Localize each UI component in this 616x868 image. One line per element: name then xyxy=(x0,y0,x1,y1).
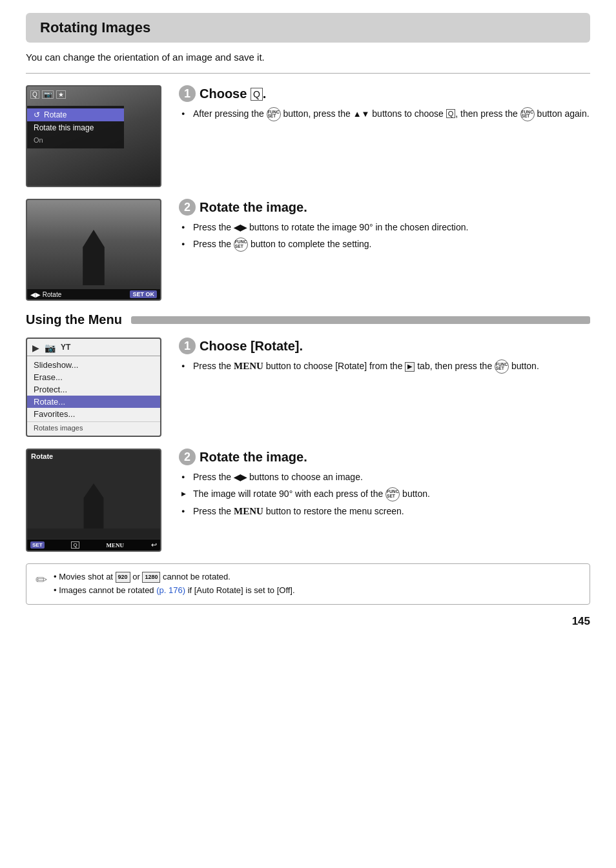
icon-920: 920 xyxy=(116,572,130,582)
menu-row-slideshow: Slideshow... xyxy=(27,359,160,371)
s2-step2-title: Rotate the image. xyxy=(200,450,307,465)
section2-step2-row: Rotate SET Q MENU ↩ 2 Rotate the image. … xyxy=(26,449,590,552)
tab-camera2: 📷 xyxy=(45,343,56,353)
tab-play: ▶ xyxy=(32,343,39,353)
tab-yt: YT xyxy=(61,343,70,353)
screen2-bottom: ◀▶ Rotate SET OK xyxy=(27,289,160,299)
s2-step1-num: 1 xyxy=(179,338,196,354)
s2-step2-num: 2 xyxy=(179,449,196,465)
q-icon-inline: Q xyxy=(446,109,456,118)
step1-title: Choose Q. xyxy=(200,86,266,101)
section2-heading: Using the Menu xyxy=(26,312,590,327)
section2-step2-content: 2 Rotate the image. Press the ◀▶ buttons… xyxy=(179,449,590,522)
section-divider xyxy=(26,73,590,74)
r-ground xyxy=(27,529,160,539)
tower-shape xyxy=(78,230,109,288)
notes-content: • Movies shot at 920 or 1280 cannot be r… xyxy=(54,570,295,598)
note1: • Movies shot at 920 or 1280 cannot be r… xyxy=(54,570,295,584)
screen2-col: ◀▶ Rotate SET OK xyxy=(26,199,165,301)
section2-heading-text: Using the Menu xyxy=(26,312,122,327)
screen1-mock: Q 📷 ★ ↺ Rotate Rotate this image On xyxy=(26,85,161,187)
step1-header: 1 Choose Q. xyxy=(179,85,590,102)
q-badge: Q xyxy=(71,541,79,549)
step2-bullets: Press the ◀▶ buttons to rotate the image… xyxy=(179,221,590,252)
menu-row-on: On xyxy=(27,134,124,146)
arrow-ud: ▲▼ xyxy=(353,109,370,119)
rotate-hint: ◀▶ Rotate xyxy=(30,291,61,298)
menu-row-protect: Protect... xyxy=(27,383,160,396)
step1-bullets: After pressing the FUNCSET button, press… xyxy=(179,107,590,121)
step1-num: 1 xyxy=(179,85,196,102)
section2-step1-row: ▶ 📷 YT Slideshow... Erase... Protect... … xyxy=(26,338,590,437)
s2-step1-bullets: Press the MENU button to choose [Rotate]… xyxy=(179,359,590,374)
menu-row-favorites: Favorites... xyxy=(27,408,160,420)
section1-step2-row: ◀▶ Rotate SET OK 2 Rotate the image. Pre… xyxy=(26,199,590,301)
menu-row-rotate-image: Rotate this image xyxy=(27,121,124,134)
rotate-icon: ↺ xyxy=(34,110,40,119)
menu-desc: Rotates images xyxy=(27,421,160,433)
intro-text: You can change the orientation of an ima… xyxy=(26,52,590,63)
func-btn-5: FUNCSET xyxy=(385,487,400,501)
rotate-screen-col: Rotate SET Q MENU ↩ xyxy=(26,449,165,552)
rotate-screen-mock: Rotate SET Q MENU ↩ xyxy=(26,449,161,552)
notes-area: ✏ • Movies shot at 920 or 1280 cannot be… xyxy=(26,563,590,605)
set-badge: SET xyxy=(30,541,45,549)
page-title: Rotating Images xyxy=(26,13,590,43)
menu-screen-mock: ▶ 📷 YT Slideshow... Erase... Protect... … xyxy=(26,338,161,437)
menu-word-1: MENU xyxy=(234,361,263,371)
note2: • Images cannot be rotated (p. 176) if [… xyxy=(54,584,295,598)
step1-bullet1: After pressing the FUNCSET button, press… xyxy=(181,107,590,121)
s2-step2-header: 2 Rotate the image. xyxy=(179,449,590,465)
note-icon: ✏ xyxy=(36,572,47,589)
menu-row-rotate-sel: Rotate... xyxy=(27,396,160,408)
func-btn-2: FUNCSET xyxy=(520,107,535,121)
rotate-label: Rotate xyxy=(31,452,53,460)
s2-step2-bullet2: The image will rotate 90° with each pres… xyxy=(181,487,590,501)
r-tower-shape xyxy=(79,483,108,535)
step2-title: Rotate the image. xyxy=(200,200,307,215)
arrow-lr-1: ◀▶ xyxy=(234,223,247,232)
choose-icon: Q xyxy=(251,88,263,101)
screen2-mock: ◀▶ Rotate SET OK xyxy=(26,199,161,301)
section-heading-line xyxy=(131,316,590,324)
func-btn-4: FUNCSET xyxy=(495,359,509,374)
rotate-screen-bottom: SET Q MENU ↩ xyxy=(27,540,160,550)
func-btn-1: FUNCSET xyxy=(267,107,281,121)
s2-step1-title: Choose [Rotate]. xyxy=(200,339,303,354)
menu-screen-col: ▶ 📷 YT Slideshow... Erase... Protect... … xyxy=(26,338,165,437)
tab-bar: ▶ 📷 YT xyxy=(27,343,160,356)
section2-step1-content: 1 Choose [Rotate]. Press the MENU button… xyxy=(179,338,590,377)
icon-star: ★ xyxy=(56,90,66,99)
func-btn-3: FUNCSET xyxy=(234,237,248,252)
screen1-top-icons: Q 📷 ★ xyxy=(30,90,66,99)
step2-bullet1: Press the ◀▶ buttons to rotate the image… xyxy=(181,221,590,234)
page-number: 145 xyxy=(26,615,590,628)
back-arrow: ↩ xyxy=(151,541,157,549)
menu-row-erase: Erase... xyxy=(27,371,160,383)
arrow-lr-2: ◀▶ xyxy=(234,472,247,482)
s2-step1-header: 1 Choose [Rotate]. xyxy=(179,338,590,354)
play-tab-icon: ▶ xyxy=(405,362,415,372)
on-label: On xyxy=(34,136,43,144)
icon-camera: 📷 xyxy=(42,90,54,99)
s2-step2-bullet3: Press the MENU button to restore the men… xyxy=(181,505,590,519)
set-ok-badge: SET OK xyxy=(130,290,157,298)
icon-1280: 1280 xyxy=(142,572,160,582)
menu-badge: MENU xyxy=(107,542,125,549)
step2-content: 2 Rotate the image. Press the ◀▶ buttons… xyxy=(179,199,590,255)
menu-overlay: ↺ Rotate Rotate this image On xyxy=(27,106,124,148)
s2-step1-bullet1: Press the MENU button to choose [Rotate]… xyxy=(181,359,590,374)
menu-rotate-label: Rotate xyxy=(44,110,67,119)
note-link[interactable]: (p. 176) xyxy=(156,585,185,595)
menu-rotate-image-label: Rotate this image xyxy=(34,123,94,132)
step2-bullet2: Press the FUNCSET button to complete the… xyxy=(181,237,590,252)
menu-word-2: MENU xyxy=(234,506,263,516)
screen1-col: Q 📷 ★ ↺ Rotate Rotate this image On xyxy=(26,85,165,187)
step2-num: 2 xyxy=(179,199,196,216)
step1-content: 1 Choose Q. After pressing the FUNCSET b… xyxy=(179,85,590,125)
menu-row-rotate: ↺ Rotate xyxy=(27,108,124,121)
icon-q: Q xyxy=(30,90,39,99)
s2-step2-bullet1: Press the ◀▶ buttons to choose an image. xyxy=(181,470,590,484)
step2-header: 2 Rotate the image. xyxy=(179,199,590,216)
s2-step2-bullets: Press the ◀▶ buttons to choose an image.… xyxy=(179,470,590,519)
